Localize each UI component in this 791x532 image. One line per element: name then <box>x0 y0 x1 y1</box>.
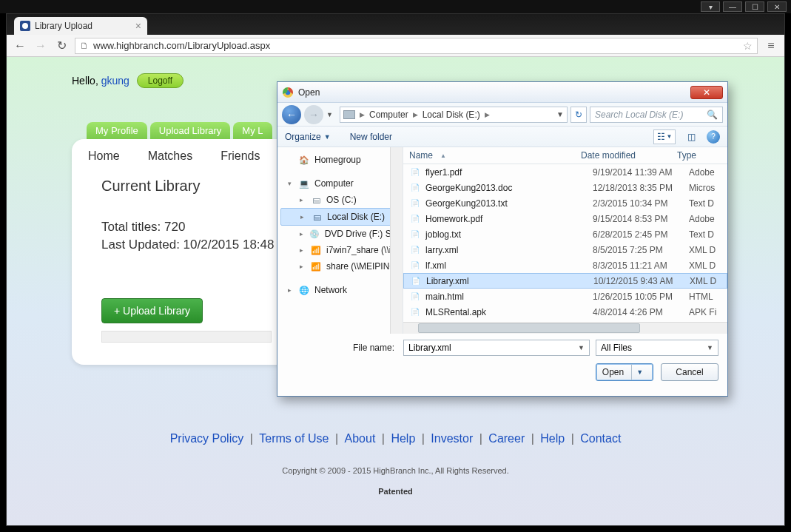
upload-library-button[interactable]: + Upload Library <box>101 298 203 323</box>
file-row[interactable]: 📄GeorgeKung2013.txt2/3/2015 10:34 PMText… <box>403 195 727 211</box>
footer-link[interactable]: Career <box>488 432 525 445</box>
file-date: 8/3/2015 11:21 AM <box>593 260 689 271</box>
sublink-home[interactable]: Home <box>88 149 120 163</box>
cancel-button[interactable]: Cancel <box>661 363 718 381</box>
back-button[interactable]: ← <box>13 38 27 53</box>
nav-tree-item[interactable] <box>280 168 400 175</box>
os-maximize-button[interactable]: ☐ <box>745 1 764 12</box>
breadcrumb-dropdown[interactable]: ▼ <box>556 110 564 118</box>
search-icon[interactable]: 🔍 <box>707 110 718 120</box>
tab-my-l[interactable]: My L <box>233 122 272 139</box>
footer-link[interactable]: Investor <box>431 432 473 445</box>
expand-icon[interactable] <box>300 263 306 270</box>
footer-link[interactable]: Help <box>391 432 415 445</box>
preview-pane-button[interactable]: ◫ <box>683 129 699 144</box>
ico-dvd-icon: 💿 <box>309 228 320 240</box>
dialog-refresh-button[interactable]: ↻ <box>570 107 587 123</box>
filetype-select[interactable]: All Files ▼ <box>596 340 718 356</box>
organize-menu[interactable]: Organize ▼ <box>285 132 331 142</box>
dialog-titlebar[interactable]: Open ✕ <box>277 82 727 103</box>
chevron-right-icon[interactable]: ▶ <box>358 111 366 118</box>
chevron-down-icon[interactable]: ▼ <box>636 368 647 376</box>
dialog-history-dropdown[interactable]: ▼ <box>326 111 337 118</box>
footer-link[interactable]: Terms of Use <box>259 432 329 445</box>
browser-toolbar: ← → ↻ 🗋 www.highbranch.com/LibraryUpload… <box>7 35 784 57</box>
browser-tab[interactable]: Library Upload × <box>14 17 147 35</box>
footer-link[interactable]: Privacy Policy <box>170 432 244 445</box>
expand-icon[interactable] <box>300 230 305 238</box>
file-row[interactable]: 📄Library.xml10/12/2015 9:43 AMXML D <box>403 273 727 289</box>
tab-close-button[interactable]: × <box>135 20 141 32</box>
chevron-down-icon[interactable]: ▼ <box>578 344 585 351</box>
address-bar[interactable]: 🗋 www.highbranch.com/LibraryUpload.aspx … <box>75 38 758 54</box>
forward-button[interactable]: → <box>33 38 48 53</box>
nav-tree-item[interactable]: 🖴OS (C:) <box>280 192 400 208</box>
new-folder-button[interactable]: New folder <box>350 132 392 142</box>
os-dropdown-button[interactable]: ▾ <box>701 1 720 12</box>
file-row[interactable]: 📄Homework.pdf9/15/2014 8:53 PMAdobe <box>403 211 727 226</box>
dialog-back-button[interactable]: ← <box>282 105 301 124</box>
view-mode-button[interactable]: ☷ ▼ <box>653 129 676 144</box>
nav-tree-item[interactable]: 🏠Homegroup <box>280 152 400 168</box>
expand-icon[interactable] <box>300 196 306 203</box>
expand-icon[interactable] <box>300 246 306 254</box>
breadcrumb-root[interactable]: Computer <box>369 110 408 120</box>
nav-tree-item[interactable]: 🌐Network <box>280 282 400 298</box>
os-close-button[interactable]: ✕ <box>767 1 787 12</box>
file-row[interactable]: 📄joblog.txt6/28/2015 2:45 PMText D <box>403 226 727 242</box>
os-minimize-button[interactable]: — <box>723 1 742 12</box>
help-button[interactable]: ? <box>707 130 720 144</box>
chevron-right-icon[interactable]: ▶ <box>411 111 420 118</box>
expand-icon[interactable] <box>288 286 294 294</box>
breadcrumb-bar[interactable]: ▶ Computer ▶ Local Disk (E:) ▶ ▼ <box>340 107 568 123</box>
nav-tree-item[interactable]: 🖴Local Disk (E:) <box>280 208 400 226</box>
logoff-button[interactable]: Logoff <box>137 73 184 88</box>
dialog-close-button[interactable]: ✕ <box>690 86 723 99</box>
username-link[interactable]: gkung <box>101 75 129 87</box>
file-type: HTML <box>689 292 721 302</box>
file-row[interactable]: 📄lf.xml8/3/2015 11:21 AMXML D <box>403 257 727 273</box>
nav-tree-item[interactable] <box>280 275 400 282</box>
column-headers[interactable]: Name ▲ Date modified Type <box>403 147 727 164</box>
browser-menu-button[interactable]: ≡ <box>764 38 778 53</box>
tab-my-profile[interactable]: My Profile <box>87 122 147 139</box>
bookmark-star-icon[interactable]: ☆ <box>743 40 753 52</box>
footer-link[interactable]: About <box>345 432 376 445</box>
breadcrumb-path[interactable]: Local Disk (E:) <box>423 110 480 120</box>
nav-scrollbar-thumb[interactable] <box>391 149 402 178</box>
filename-input[interactable]: Library.xml ▼ <box>403 340 590 356</box>
nav-tree-item[interactable]: 📶i7win7_share (\\i7 <box>280 242 400 258</box>
footer-link[interactable]: Help <box>540 432 565 445</box>
sublink-friends[interactable]: Friends <box>221 149 260 163</box>
nav-tree-item[interactable]: 📶share (\\MEIPING <box>280 258 400 275</box>
file-row[interactable]: 📄MLSRental.apk4/8/2014 4:26 PMAPK Fi <box>403 304 727 320</box>
horizontal-scrollbar[interactable] <box>403 322 727 334</box>
file-row[interactable]: 📄flyer1.pdf9/19/2014 11:39 AMAdobe <box>403 164 727 180</box>
search-placeholder: Search Local Disk (E:) <box>595 110 683 120</box>
nav-tree-item[interactable]: 💿DVD Drive (F:) SQ <box>280 226 400 242</box>
reload-button[interactable]: ↻ <box>54 38 69 53</box>
file-row[interactable]: 📄GeorgeKung2013.doc12/18/2013 8:35 PMMic… <box>403 180 727 195</box>
tab-upload-library[interactable]: Upload Library <box>150 122 231 139</box>
nav-tree-item[interactable]: 💻Computer <box>280 175 400 192</box>
file-row[interactable]: 📄larry.xml8/5/2015 7:25 PMXML D <box>403 242 727 257</box>
fi-xml-icon: 📄 <box>410 275 422 287</box>
h-scrollbar-thumb[interactable] <box>418 323 640 333</box>
sublink-matches[interactable]: Matches <box>148 149 192 163</box>
column-date[interactable]: Date modified <box>581 150 677 161</box>
chevron-down-icon[interactable]: ▼ <box>707 344 713 351</box>
navigation-pane[interactable]: 🏠Homegroup💻Computer🖴OS (C:)🖴Local Disk (… <box>277 147 403 334</box>
footer-link[interactable]: Contact <box>580 432 621 445</box>
nav-tree-label: Computer <box>314 178 354 189</box>
chevron-right-icon[interactable]: ▶ <box>483 111 491 118</box>
copyright-text: Copyright © 2009 - 2015 HighBranch Inc.,… <box>7 466 784 475</box>
column-name[interactable]: Name ▲ <box>409 150 581 161</box>
column-type[interactable]: Type <box>677 150 721 161</box>
open-button[interactable]: Open ▼ <box>596 363 653 381</box>
dialog-forward-button[interactable]: → <box>304 105 323 124</box>
expand-icon[interactable] <box>288 180 294 187</box>
expand-icon[interactable] <box>300 213 306 220</box>
file-row[interactable]: 📄main.html1/26/2015 10:05 PMHTML <box>403 289 727 304</box>
ico-share-icon: 📶 <box>310 260 322 272</box>
dialog-search-input[interactable]: Search Local Disk (E:) 🔍 <box>590 107 723 123</box>
